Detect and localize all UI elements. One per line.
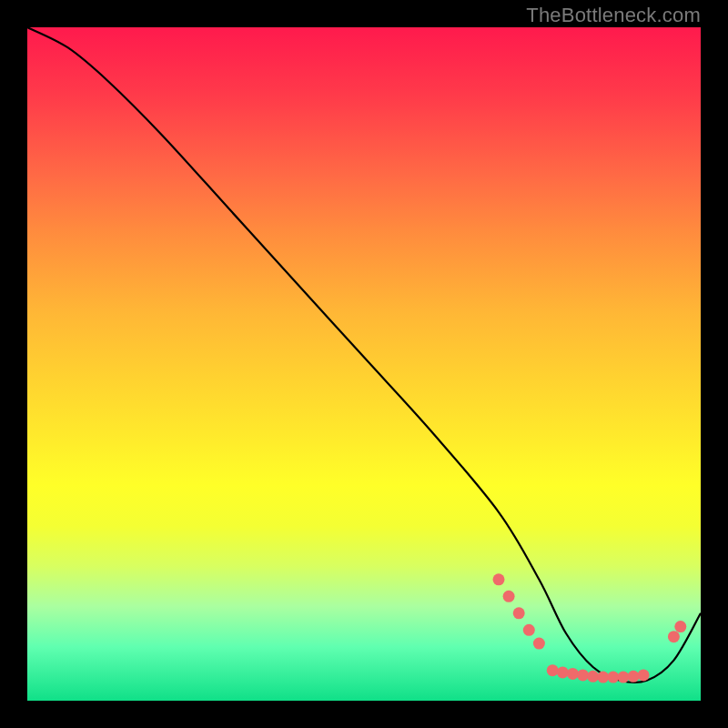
marker-dot — [607, 672, 619, 683]
marker-dot — [557, 666, 569, 678]
marker-dot — [668, 631, 680, 642]
plot-area — [27, 27, 701, 701]
marker-dot — [493, 573, 505, 585]
curve-layer — [27, 27, 701, 701]
marker-dot — [587, 671, 599, 682]
curve-path-group — [27, 27, 701, 682]
markers-group — [493, 573, 687, 682]
marker-dot — [513, 607, 525, 619]
watermark-text: TheBottleneck.com — [526, 4, 701, 27]
marker-dot — [523, 624, 535, 636]
marker-dot — [547, 664, 559, 676]
marker-dot — [674, 621, 686, 632]
marker-dot — [617, 672, 629, 683]
marker-dot — [503, 591, 515, 602]
marker-dot — [533, 638, 545, 650]
marker-dot — [597, 672, 609, 683]
marker-dot — [638, 669, 650, 681]
marker-dot — [567, 668, 579, 680]
chart-frame: TheBottleneck.com — [0, 0, 728, 728]
marker-dot — [577, 669, 589, 681]
marker-dot — [628, 671, 640, 682]
curve-path — [27, 27, 701, 682]
